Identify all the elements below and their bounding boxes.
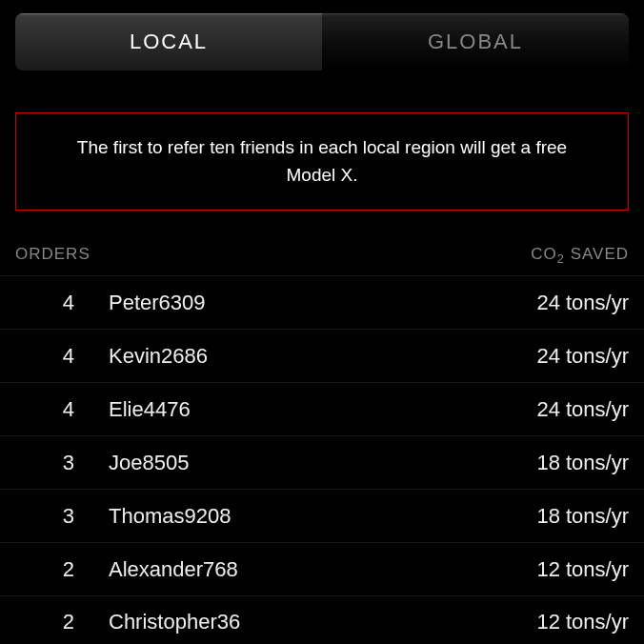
- list-item[interactable]: 2Alexander76812 tons/yr: [0, 542, 644, 595]
- list-item[interactable]: 3Thomas920818 tons/yr: [0, 489, 644, 542]
- user-name: Peter6309: [109, 291, 299, 315]
- user-name: Thomas9208: [109, 504, 299, 529]
- tab-bar: LOCAL GLOBAL: [15, 13, 629, 70]
- orders-count: 2: [15, 610, 74, 634]
- promo-banner: The first to refer ten friends in each l…: [15, 112, 629, 211]
- list-item[interactable]: 3Joe850518 tons/yr: [0, 435, 644, 489]
- list-item[interactable]: 4Kevin268624 tons/yr: [0, 329, 644, 382]
- header-orders: ORDERS: [15, 245, 101, 266]
- orders-count: 3: [15, 451, 74, 475]
- orders-count: 4: [15, 291, 74, 315]
- tab-local[interactable]: LOCAL: [15, 13, 322, 70]
- user-name: Elie4476: [109, 397, 299, 422]
- co2-saved: 18 tons/yr: [299, 451, 629, 475]
- co2-saved: 12 tons/yr: [299, 557, 629, 582]
- user-name: Alexander768: [109, 557, 299, 582]
- co2-saved: 24 tons/yr: [299, 291, 629, 315]
- orders-count: 4: [15, 344, 74, 369]
- user-name: Joe8505: [109, 451, 299, 475]
- user-name: Christopher36: [109, 610, 299, 634]
- leaderboard-list: 4Peter630924 tons/yr4Kevin268624 tons/yr…: [0, 275, 644, 644]
- list-item[interactable]: 4Elie447624 tons/yr: [0, 382, 644, 435]
- orders-count: 4: [15, 397, 74, 422]
- orders-count: 3: [15, 504, 74, 529]
- co2-saved: 24 tons/yr: [299, 397, 629, 422]
- header-co2-saved: CO2 SAVED: [101, 245, 629, 266]
- tab-global[interactable]: GLOBAL: [322, 13, 629, 70]
- list-item[interactable]: 4Peter630924 tons/yr: [0, 275, 644, 329]
- list-item[interactable]: 2Christopher3612 tons/yr: [0, 595, 644, 644]
- co2-saved: 18 tons/yr: [299, 504, 629, 529]
- co2-saved: 12 tons/yr: [299, 610, 629, 634]
- co2-saved: 24 tons/yr: [299, 344, 629, 369]
- leaderboard-header: ORDERS CO2 SAVED: [15, 245, 629, 266]
- orders-count: 2: [15, 557, 74, 582]
- user-name: Kevin2686: [109, 344, 299, 369]
